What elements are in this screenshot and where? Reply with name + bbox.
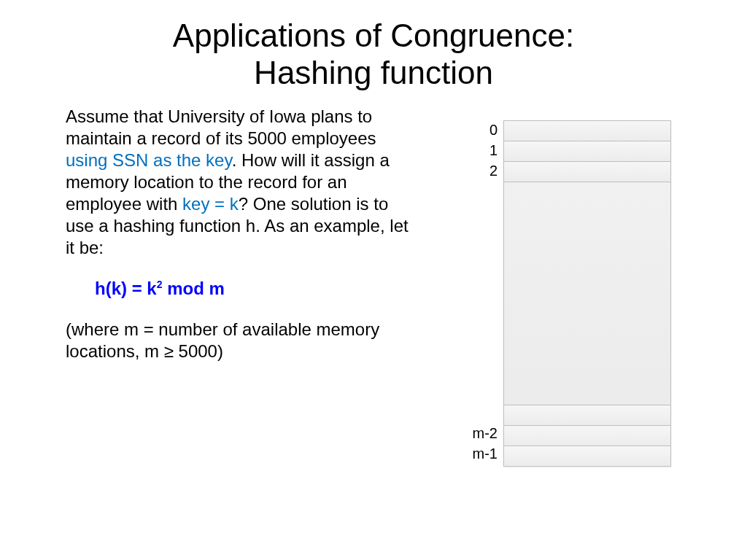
title-line-2: Hashing function xyxy=(0,55,747,92)
p1-highlight-2: key = k xyxy=(182,194,239,214)
memory-block xyxy=(503,120,671,467)
formula-suffix: mod m xyxy=(163,279,225,298)
diagram-column: 0 1 2 m-2 m-1 xyxy=(430,106,693,376)
title-line-1: Applications of Congruence: xyxy=(0,18,747,55)
memory-slot xyxy=(504,141,670,162)
slot-label-m-1: m-1 xyxy=(454,446,498,462)
slot-label-1: 1 xyxy=(454,142,498,159)
formula-prefix: h(k) = k xyxy=(95,279,157,298)
memory-slot xyxy=(504,425,670,446)
slot-label-m-2: m-2 xyxy=(454,425,498,442)
formula-exponent: 2 xyxy=(157,279,163,290)
p1-text-a: Assume that University of Iowa plans to … xyxy=(66,106,376,148)
memory-slot xyxy=(504,405,670,425)
paragraph-2: (where m = number of available memory lo… xyxy=(66,319,416,362)
memory-slot xyxy=(504,446,670,466)
paragraph-1: Assume that University of Iowa plans to … xyxy=(66,106,416,259)
content-area: Assume that University of Iowa plans to … xyxy=(0,91,747,376)
p1-highlight-1: using SSN as the key xyxy=(66,150,232,170)
slot-label-0: 0 xyxy=(454,122,498,139)
memory-slot xyxy=(504,162,670,182)
text-column: Assume that University of Iowa plans to … xyxy=(66,106,430,376)
slot-label-2: 2 xyxy=(454,163,498,179)
slide-title: Applications of Congruence: Hashing func… xyxy=(0,0,747,91)
memory-slot xyxy=(504,121,670,141)
hash-formula: h(k) = k2 mod m xyxy=(95,278,416,300)
